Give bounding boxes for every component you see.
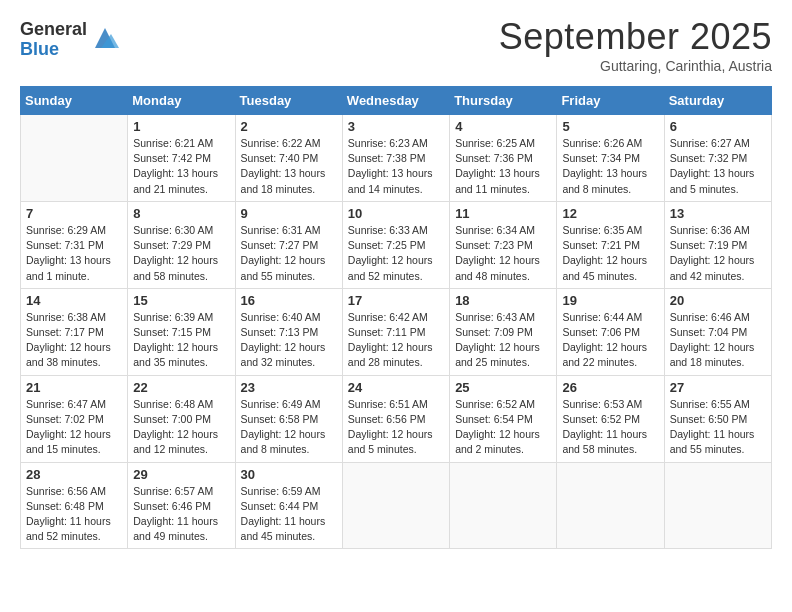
day-number: 7 (26, 206, 122, 221)
day-number: 30 (241, 467, 337, 482)
day-info: Sunrise: 6:59 AM Sunset: 6:44 PM Dayligh… (241, 484, 337, 545)
day-number: 1 (133, 119, 229, 134)
table-row: 27Sunrise: 6:55 AM Sunset: 6:50 PM Dayli… (664, 375, 771, 462)
day-info: Sunrise: 6:26 AM Sunset: 7:34 PM Dayligh… (562, 136, 658, 197)
table-row: 14Sunrise: 6:38 AM Sunset: 7:17 PM Dayli… (21, 288, 128, 375)
day-number: 2 (241, 119, 337, 134)
day-number: 29 (133, 467, 229, 482)
day-info: Sunrise: 6:35 AM Sunset: 7:21 PM Dayligh… (562, 223, 658, 284)
table-row: 1Sunrise: 6:21 AM Sunset: 7:42 PM Daylig… (128, 115, 235, 202)
day-info: Sunrise: 6:30 AM Sunset: 7:29 PM Dayligh… (133, 223, 229, 284)
title-area: September 2025 Guttaring, Carinthia, Aus… (499, 16, 772, 74)
day-info: Sunrise: 6:31 AM Sunset: 7:27 PM Dayligh… (241, 223, 337, 284)
table-row (450, 462, 557, 549)
header-sunday: Sunday (21, 87, 128, 115)
day-number: 28 (26, 467, 122, 482)
table-row: 19Sunrise: 6:44 AM Sunset: 7:06 PM Dayli… (557, 288, 664, 375)
table-row: 4Sunrise: 6:25 AM Sunset: 7:36 PM Daylig… (450, 115, 557, 202)
day-info: Sunrise: 6:49 AM Sunset: 6:58 PM Dayligh… (241, 397, 337, 458)
month-title: September 2025 (499, 16, 772, 58)
table-row: 10Sunrise: 6:33 AM Sunset: 7:25 PM Dayli… (342, 201, 449, 288)
table-row: 9Sunrise: 6:31 AM Sunset: 7:27 PM Daylig… (235, 201, 342, 288)
day-info: Sunrise: 6:44 AM Sunset: 7:06 PM Dayligh… (562, 310, 658, 371)
day-info: Sunrise: 6:23 AM Sunset: 7:38 PM Dayligh… (348, 136, 444, 197)
table-row: 13Sunrise: 6:36 AM Sunset: 7:19 PM Dayli… (664, 201, 771, 288)
day-info: Sunrise: 6:51 AM Sunset: 6:56 PM Dayligh… (348, 397, 444, 458)
table-row: 24Sunrise: 6:51 AM Sunset: 6:56 PM Dayli… (342, 375, 449, 462)
day-number: 8 (133, 206, 229, 221)
day-number: 13 (670, 206, 766, 221)
weekday-header-row: Sunday Monday Tuesday Wednesday Thursday… (21, 87, 772, 115)
table-row: 22Sunrise: 6:48 AM Sunset: 7:00 PM Dayli… (128, 375, 235, 462)
day-info: Sunrise: 6:43 AM Sunset: 7:09 PM Dayligh… (455, 310, 551, 371)
day-number: 16 (241, 293, 337, 308)
day-number: 5 (562, 119, 658, 134)
day-info: Sunrise: 6:52 AM Sunset: 6:54 PM Dayligh… (455, 397, 551, 458)
header-friday: Friday (557, 87, 664, 115)
logo: General Blue (20, 20, 119, 60)
day-info: Sunrise: 6:22 AM Sunset: 7:40 PM Dayligh… (241, 136, 337, 197)
day-number: 18 (455, 293, 551, 308)
calendar-week-row: 7Sunrise: 6:29 AM Sunset: 7:31 PM Daylig… (21, 201, 772, 288)
day-number: 27 (670, 380, 766, 395)
day-number: 10 (348, 206, 444, 221)
day-number: 12 (562, 206, 658, 221)
day-info: Sunrise: 6:40 AM Sunset: 7:13 PM Dayligh… (241, 310, 337, 371)
logo-icon (91, 24, 119, 52)
calendar-week-row: 21Sunrise: 6:47 AM Sunset: 7:02 PM Dayli… (21, 375, 772, 462)
logo-blue-text: Blue (20, 40, 87, 60)
table-row: 28Sunrise: 6:56 AM Sunset: 6:48 PM Dayli… (21, 462, 128, 549)
day-info: Sunrise: 6:34 AM Sunset: 7:23 PM Dayligh… (455, 223, 551, 284)
day-number: 6 (670, 119, 766, 134)
calendar-table: Sunday Monday Tuesday Wednesday Thursday… (20, 86, 772, 549)
day-info: Sunrise: 6:21 AM Sunset: 7:42 PM Dayligh… (133, 136, 229, 197)
day-number: 4 (455, 119, 551, 134)
day-info: Sunrise: 6:38 AM Sunset: 7:17 PM Dayligh… (26, 310, 122, 371)
header-thursday: Thursday (450, 87, 557, 115)
day-info: Sunrise: 6:53 AM Sunset: 6:52 PM Dayligh… (562, 397, 658, 458)
header-monday: Monday (128, 87, 235, 115)
day-number: 14 (26, 293, 122, 308)
table-row: 16Sunrise: 6:40 AM Sunset: 7:13 PM Dayli… (235, 288, 342, 375)
table-row: 2Sunrise: 6:22 AM Sunset: 7:40 PM Daylig… (235, 115, 342, 202)
table-row: 6Sunrise: 6:27 AM Sunset: 7:32 PM Daylig… (664, 115, 771, 202)
day-info: Sunrise: 6:46 AM Sunset: 7:04 PM Dayligh… (670, 310, 766, 371)
calendar-week-row: 1Sunrise: 6:21 AM Sunset: 7:42 PM Daylig… (21, 115, 772, 202)
calendar-week-row: 14Sunrise: 6:38 AM Sunset: 7:17 PM Dayli… (21, 288, 772, 375)
day-number: 15 (133, 293, 229, 308)
table-row: 15Sunrise: 6:39 AM Sunset: 7:15 PM Dayli… (128, 288, 235, 375)
table-row: 5Sunrise: 6:26 AM Sunset: 7:34 PM Daylig… (557, 115, 664, 202)
table-row: 7Sunrise: 6:29 AM Sunset: 7:31 PM Daylig… (21, 201, 128, 288)
day-info: Sunrise: 6:47 AM Sunset: 7:02 PM Dayligh… (26, 397, 122, 458)
table-row: 30Sunrise: 6:59 AM Sunset: 6:44 PM Dayli… (235, 462, 342, 549)
table-row: 11Sunrise: 6:34 AM Sunset: 7:23 PM Dayli… (450, 201, 557, 288)
day-info: Sunrise: 6:25 AM Sunset: 7:36 PM Dayligh… (455, 136, 551, 197)
table-row: 23Sunrise: 6:49 AM Sunset: 6:58 PM Dayli… (235, 375, 342, 462)
day-number: 9 (241, 206, 337, 221)
day-info: Sunrise: 6:36 AM Sunset: 7:19 PM Dayligh… (670, 223, 766, 284)
day-info: Sunrise: 6:56 AM Sunset: 6:48 PM Dayligh… (26, 484, 122, 545)
day-info: Sunrise: 6:42 AM Sunset: 7:11 PM Dayligh… (348, 310, 444, 371)
page-header: General Blue September 2025 Guttaring, C… (20, 16, 772, 74)
location-subtitle: Guttaring, Carinthia, Austria (499, 58, 772, 74)
table-row: 12Sunrise: 6:35 AM Sunset: 7:21 PM Dayli… (557, 201, 664, 288)
table-row (557, 462, 664, 549)
day-info: Sunrise: 6:39 AM Sunset: 7:15 PM Dayligh… (133, 310, 229, 371)
table-row (664, 462, 771, 549)
table-row (21, 115, 128, 202)
day-info: Sunrise: 6:27 AM Sunset: 7:32 PM Dayligh… (670, 136, 766, 197)
table-row: 8Sunrise: 6:30 AM Sunset: 7:29 PM Daylig… (128, 201, 235, 288)
table-row: 17Sunrise: 6:42 AM Sunset: 7:11 PM Dayli… (342, 288, 449, 375)
day-number: 26 (562, 380, 658, 395)
calendar-week-row: 28Sunrise: 6:56 AM Sunset: 6:48 PM Dayli… (21, 462, 772, 549)
table-row: 18Sunrise: 6:43 AM Sunset: 7:09 PM Dayli… (450, 288, 557, 375)
day-number: 17 (348, 293, 444, 308)
table-row: 20Sunrise: 6:46 AM Sunset: 7:04 PM Dayli… (664, 288, 771, 375)
day-number: 21 (26, 380, 122, 395)
day-info: Sunrise: 6:29 AM Sunset: 7:31 PM Dayligh… (26, 223, 122, 284)
day-number: 23 (241, 380, 337, 395)
table-row: 29Sunrise: 6:57 AM Sunset: 6:46 PM Dayli… (128, 462, 235, 549)
day-info: Sunrise: 6:48 AM Sunset: 7:00 PM Dayligh… (133, 397, 229, 458)
table-row: 26Sunrise: 6:53 AM Sunset: 6:52 PM Dayli… (557, 375, 664, 462)
day-number: 19 (562, 293, 658, 308)
